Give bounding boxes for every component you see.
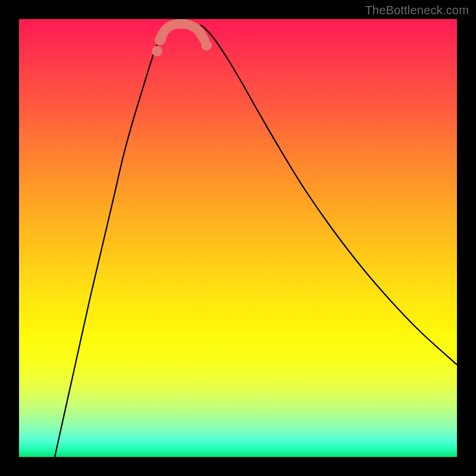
curves-svg <box>19 19 457 457</box>
outer-frame: TheBottleneck.com <box>0 0 476 476</box>
watermark-text: TheBottleneck.com <box>365 4 469 17</box>
right-dot <box>201 40 212 51</box>
plot-area <box>19 19 457 457</box>
valley-bump <box>159 24 205 40</box>
left-dot-upper <box>152 46 162 57</box>
right-curve <box>201 25 457 365</box>
left-dot-lower <box>155 34 166 45</box>
left-curve <box>55 25 174 457</box>
